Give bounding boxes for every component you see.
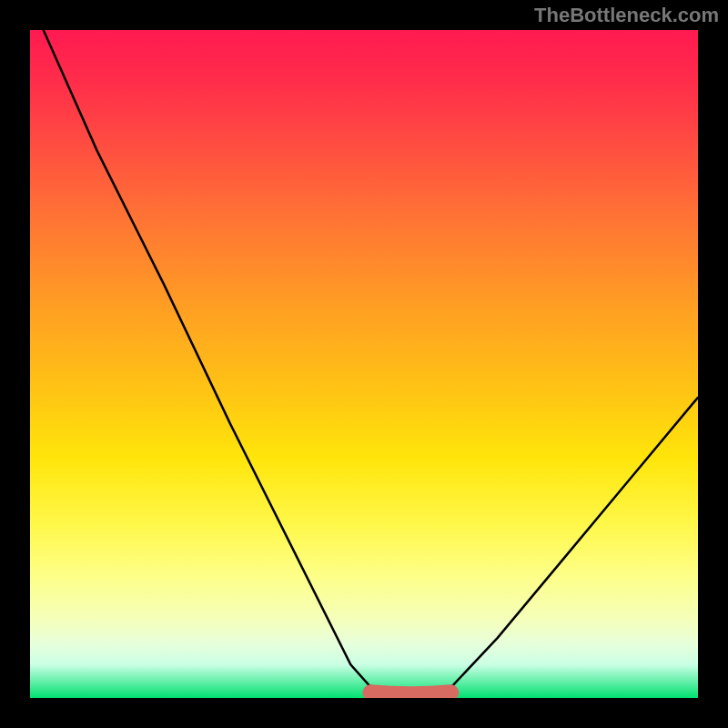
bottleneck-curve <box>44 30 698 698</box>
watermark-text: TheBottleneck.com <box>534 4 719 27</box>
curve-layer <box>30 30 698 698</box>
plot-area <box>30 30 698 698</box>
zero-band <box>370 693 450 694</box>
chart-frame: TheBottleneck.com <box>0 0 728 728</box>
